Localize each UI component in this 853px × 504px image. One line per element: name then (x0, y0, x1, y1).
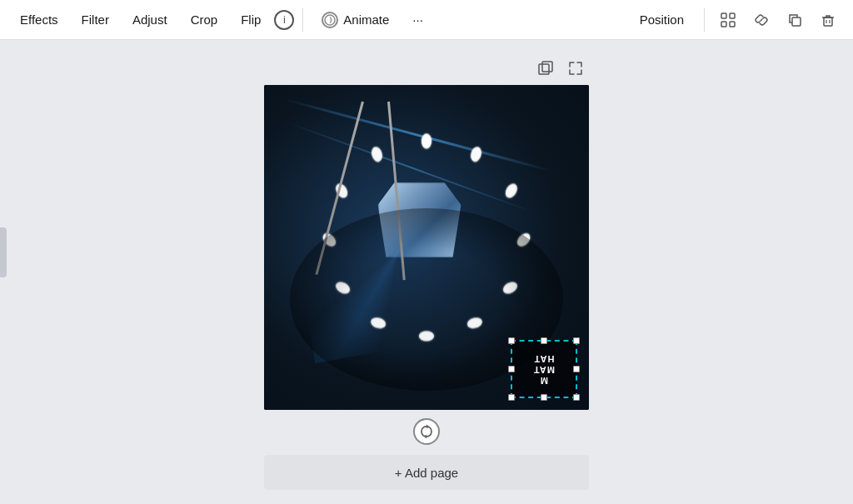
add-page-button[interactable]: + Add page (264, 455, 589, 490)
canvas-image: MMATHAT (264, 85, 589, 410)
svg-rect-7 (824, 17, 832, 26)
svg-marker-39 (426, 425, 429, 429)
handle-top-mid[interactable] (541, 337, 547, 344)
duplicate-frame-icon[interactable] (534, 57, 557, 80)
handle-mid-left[interactable] (508, 366, 515, 372)
main-area: MMATHAT (0, 40, 853, 504)
svg-rect-2 (730, 13, 735, 18)
handle-bottom-left[interactable] (508, 394, 515, 401)
more-menu[interactable]: ··· (402, 6, 433, 33)
grid-icon-button[interactable] (713, 5, 743, 35)
toolbar-right: Position (628, 5, 843, 35)
link-icon-button[interactable] (746, 5, 776, 35)
svg-marker-40 (424, 435, 426, 439)
animate-label: Animate (343, 12, 389, 27)
svg-point-26 (469, 146, 482, 162)
toolbar: Effects Filter Adjust Crop Flip i Animat… (0, 0, 853, 40)
svg-rect-1 (721, 13, 726, 18)
svg-point-36 (370, 146, 383, 162)
handle-bottom-right[interactable] (573, 394, 580, 401)
thumbnail-overlay[interactable]: MMATHAT (511, 340, 577, 398)
divider-1 (302, 8, 303, 32)
expand-frame-icon[interactable] (564, 57, 587, 80)
svg-point-27 (503, 182, 519, 200)
adjust-tab[interactable]: Adjust (122, 6, 177, 33)
bottom-sync-area (264, 418, 589, 445)
svg-rect-12 (542, 62, 552, 72)
effects-tab[interactable]: Effects (10, 6, 68, 33)
animate-icon (322, 12, 338, 28)
thumbnail-text: MMATHAT (533, 352, 555, 386)
animate-button[interactable]: Animate (312, 7, 399, 33)
image-wrapper: MMATHAT (264, 57, 589, 490)
svg-line-5 (761, 19, 762, 21)
handle-top-right[interactable] (573, 337, 580, 344)
info-icon[interactable]: i (274, 10, 294, 30)
svg-rect-4 (730, 22, 735, 27)
copy-icon-button[interactable] (780, 5, 810, 35)
svg-point-25 (422, 133, 431, 148)
filter-tab[interactable]: Filter (72, 6, 119, 33)
handle-mid-right[interactable] (573, 366, 580, 372)
svg-rect-3 (721, 22, 726, 27)
trash-icon-button[interactable] (813, 5, 843, 35)
divider-2 (704, 8, 705, 32)
flip-tab[interactable]: Flip (231, 6, 271, 33)
svg-rect-11 (539, 64, 549, 74)
handle-bottom-mid[interactable] (541, 394, 547, 401)
top-actions (264, 57, 589, 80)
handle-top-left[interactable] (508, 337, 515, 344)
svg-rect-6 (792, 17, 801, 26)
position-button[interactable]: Position (628, 7, 696, 32)
sync-icon-button[interactable] (413, 418, 440, 445)
crop-tab[interactable]: Crop (181, 6, 228, 33)
